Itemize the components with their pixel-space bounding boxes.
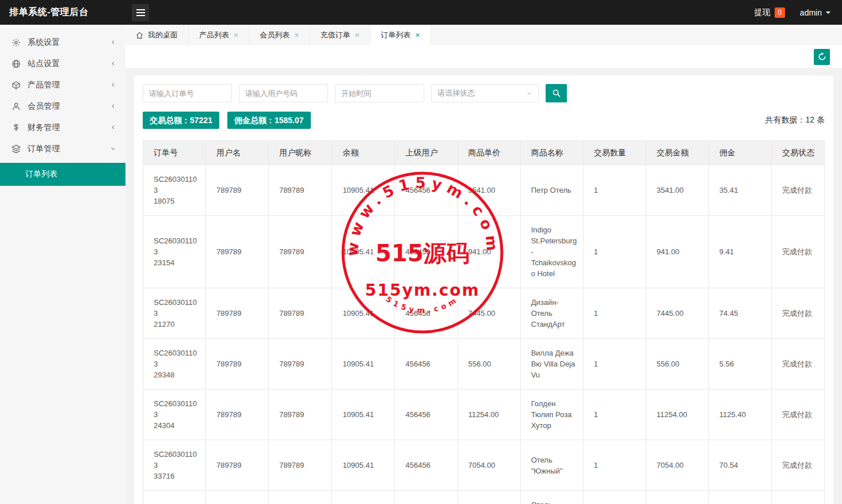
table-row: SC260301103 2127078978978978910905.41456…	[143, 288, 825, 339]
sidebar-item-order-management[interactable]: 订单管理	[0, 138, 125, 159]
close-icon[interactable]: ×	[294, 31, 299, 39]
table-cell: 789789	[269, 390, 332, 440]
sidebar-item-site-settings[interactable]: 站点设置	[0, 53, 125, 74]
search-icon	[553, 89, 561, 97]
table-cell: 456456	[395, 288, 458, 339]
app-title: 排单系统-管理后台	[0, 6, 125, 18]
tab-member-list[interactable]: 会员列表 ×	[249, 25, 310, 45]
refresh-icon	[818, 52, 826, 61]
table-cell: 完成付款	[772, 288, 825, 339]
table-cell: 1	[583, 491, 646, 504]
table-cell: Голден Тюлип Роза Хутор	[520, 390, 583, 440]
table-cell: 5.56	[708, 339, 771, 390]
column-header: 交易数量	[583, 141, 646, 165]
table-cell: SC260301103 18075	[143, 165, 206, 216]
close-icon[interactable]: ×	[355, 31, 359, 39]
tab-desktop[interactable]: 我的桌面	[125, 25, 189, 45]
table-cell: 完成付款	[772, 165, 825, 216]
column-header: 用户名	[206, 141, 269, 165]
withdraw-link[interactable]: 提现 0	[755, 7, 785, 18]
sidebar-subitem-order-list[interactable]: 订单列表	[0, 163, 125, 186]
table-cell: 完成付款	[772, 440, 825, 491]
stats-row: 交易总额：57221 佣金总额：1585.07 共有数据：12 条	[143, 112, 825, 129]
table-cell: 789789	[269, 216, 332, 288]
user-menu[interactable]: admin	[800, 8, 830, 17]
menu-toggle-button[interactable]	[132, 4, 149, 21]
user-number-input[interactable]	[239, 84, 328, 102]
chevron-left-icon	[110, 82, 116, 88]
tab-label: 会员列表	[260, 30, 289, 40]
table-cell: 9.41	[708, 216, 771, 288]
table-cell: SC260301103 24304	[143, 390, 206, 440]
table-cell: 10905.41	[332, 440, 395, 491]
column-header: 交易金额	[646, 141, 708, 165]
orders-table: 订单号用户名用户昵称余额上级用户商品单价商品名称交易数量交易金额佣金交易状态 S…	[143, 140, 825, 504]
person-icon	[12, 102, 21, 111]
tab-bar: 我的桌面 产品列表 × 会员列表 × 充值订单 × 订单列表 ×	[125, 25, 842, 45]
record-count: 共有数据：12 条	[765, 115, 825, 125]
hamburger-icon	[136, 9, 145, 10]
table-cell: 941.00	[458, 216, 520, 288]
globe-icon	[12, 59, 21, 68]
withdraw-count-badge: 0	[775, 7, 785, 18]
table-cell: 556.00	[646, 339, 708, 390]
start-time-input[interactable]	[335, 84, 424, 102]
table-cell: 789789	[206, 491, 269, 504]
table-cell: 5478.00	[646, 491, 708, 504]
column-header: 佣金	[708, 141, 771, 165]
home-icon	[136, 32, 143, 39]
column-header: 商品单价	[458, 141, 520, 165]
tab-product-list[interactable]: 产品列表 ×	[189, 25, 249, 45]
filter-row: 请选择状态	[143, 84, 825, 102]
sidebar-item-finance-management[interactable]: 财务管理	[0, 117, 125, 138]
tab-label: 产品列表	[199, 30, 229, 40]
sidebar-item-member-management[interactable]: 会员管理	[0, 96, 125, 117]
cube-icon	[12, 81, 21, 90]
table-cell: 789789	[206, 165, 269, 216]
table-cell: 35.41	[708, 165, 771, 216]
chevron-left-icon	[110, 60, 116, 67]
table-cell: 456456	[395, 339, 458, 390]
chevron-down-icon	[110, 146, 116, 152]
sidebar-item-product-management[interactable]: 产品管理	[0, 74, 125, 96]
table-cell: 789789	[206, 440, 269, 491]
order-number-input[interactable]	[143, 84, 232, 102]
sidebar-item-system-settings[interactable]: 系统设置	[0, 32, 125, 53]
status-select[interactable]: 请选择状态	[431, 84, 539, 102]
column-header: 交易状态	[772, 141, 825, 165]
table-cell: 1125.40	[708, 390, 771, 440]
table-cell: 789789	[206, 288, 269, 339]
table-cell: 1	[583, 288, 646, 339]
table-cell: 10905.41	[332, 288, 395, 339]
table-cell: 456456	[395, 216, 458, 288]
table-cell: 3541.00	[646, 165, 708, 216]
table-row: SC260301103 2934878978978978910905.41456…	[143, 339, 825, 390]
column-header: 余额	[332, 141, 395, 165]
tab-label: 我的桌面	[148, 30, 178, 40]
table-cell: 70.54	[708, 440, 771, 491]
table-cell: Отель Хилтон Гарден Инн Калуга	[520, 491, 583, 504]
table-cell: 54.78	[708, 491, 771, 504]
table-row: SC260301103 3235378978978978910905.41456…	[143, 491, 825, 504]
tab-order-list[interactable]: 订单列表 ×	[371, 25, 431, 45]
column-header: 商品名称	[520, 141, 583, 165]
close-icon[interactable]: ×	[234, 31, 238, 39]
table-row: SC260301103 1807578978978978910905.41456…	[143, 165, 825, 216]
table-cell: 941.00	[646, 216, 708, 288]
search-button[interactable]	[546, 84, 567, 102]
table-cell: SC260301103 32353	[143, 491, 206, 504]
table-cell: 10905.41	[332, 339, 395, 390]
refresh-button[interactable]	[814, 49, 830, 65]
table-cell: 5478.00	[458, 491, 520, 504]
close-icon[interactable]: ×	[416, 31, 420, 39]
table-cell: 1	[583, 440, 646, 491]
status-select-value: 请选择状态	[437, 88, 475, 98]
tab-recharge-orders[interactable]: 充值订单 ×	[310, 25, 370, 45]
table-cell: 10905.41	[332, 390, 395, 440]
table-cell: 11254.00	[646, 390, 708, 440]
table-header-row: 订单号用户名用户昵称余额上级用户商品单价商品名称交易数量交易金额佣金交易状态	[143, 141, 825, 165]
table-cell: Вилла Дежа Вю Villa Deja Vu	[520, 339, 583, 390]
sidebar-item-label: 产品管理	[28, 80, 60, 90]
sidebar-item-label: 系统设置	[28, 37, 60, 48]
table-cell: 1	[583, 390, 646, 440]
